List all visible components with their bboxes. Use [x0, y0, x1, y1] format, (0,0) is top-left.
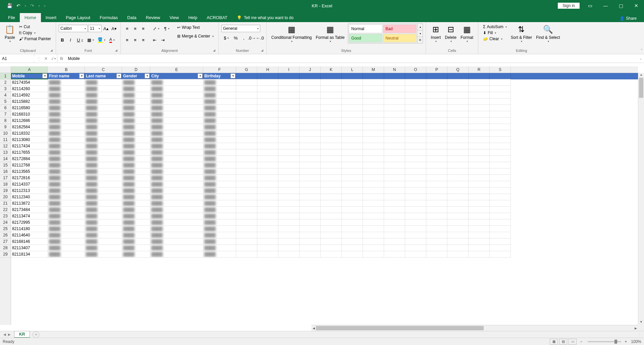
data-cell[interactable]	[300, 98, 321, 105]
data-cell[interactable]	[469, 175, 490, 181]
maximize-icon[interactable]: ▢	[613, 0, 629, 11]
data-cell[interactable]	[469, 130, 490, 137]
font-name-select[interactable]: Calibri▾	[59, 25, 88, 32]
data-cell[interactable]	[236, 124, 257, 130]
data-cell[interactable]: 82115882	[11, 98, 48, 105]
align-right-icon[interactable]: ≡	[140, 36, 147, 44]
data-cell[interactable]	[426, 118, 447, 124]
col-header-F[interactable]: F	[203, 66, 236, 73]
data-cell[interactable]	[342, 105, 363, 111]
row-header-13[interactable]: 13	[0, 149, 11, 156]
format-painter-button[interactable]: 🖌Format Painter	[18, 36, 52, 42]
increase-decimal-icon[interactable]: .0→	[248, 34, 256, 42]
data-cell[interactable]	[447, 213, 469, 219]
data-cell[interactable]	[363, 86, 384, 92]
data-cell[interactable]	[278, 194, 300, 200]
header-cell[interactable]	[490, 73, 511, 79]
data-cell[interactable]	[426, 162, 447, 168]
data-cell[interactable]: ████	[48, 175, 85, 181]
data-cell[interactable]	[405, 226, 426, 232]
data-cell[interactable]: ████	[150, 181, 203, 188]
data-cell[interactable]	[342, 200, 363, 207]
data-cell[interactable]: ████	[122, 105, 150, 111]
data-cell[interactable]: ████	[48, 86, 85, 92]
data-cell[interactable]	[321, 111, 342, 118]
data-cell[interactable]	[490, 156, 511, 162]
data-cell[interactable]	[490, 92, 511, 98]
data-cell[interactable]	[490, 105, 511, 111]
data-cell[interactable]: ████	[122, 219, 150, 226]
data-cell[interactable]	[342, 188, 363, 194]
data-cell[interactable]: ████	[48, 251, 85, 258]
row-header-18[interactable]: 18	[0, 181, 11, 188]
data-cell[interactable]	[469, 137, 490, 143]
data-cell[interactable]	[426, 156, 447, 162]
data-cell[interactable]	[363, 162, 384, 168]
col-header-N[interactable]: N	[384, 66, 405, 73]
header-cell[interactable]	[278, 73, 300, 79]
data-cell[interactable]: ████	[203, 105, 236, 111]
data-cell[interactable]	[363, 124, 384, 130]
data-cell[interactable]	[342, 79, 363, 86]
filter-dropdown-icon[interactable]: ▾	[198, 73, 203, 78]
data-cell[interactable]	[384, 86, 405, 92]
data-cell[interactable]: ████	[203, 219, 236, 226]
data-cell[interactable]	[300, 175, 321, 181]
scroll-right-icon[interactable]: ▶	[633, 325, 638, 331]
data-cell[interactable]	[490, 149, 511, 156]
data-cell[interactable]	[384, 149, 405, 156]
data-cell[interactable]	[490, 188, 511, 194]
zoom-out-icon[interactable]: −	[580, 339, 582, 344]
row-header-25[interactable]: 25	[0, 226, 11, 232]
data-cell[interactable]	[426, 143, 447, 149]
data-cell[interactable]	[490, 124, 511, 130]
data-cell[interactable]	[300, 156, 321, 162]
data-cell[interactable]	[342, 232, 363, 238]
data-cell[interactable]	[300, 137, 321, 143]
data-cell[interactable]	[426, 238, 447, 245]
header-cell[interactable]: Gender▾	[122, 73, 150, 79]
data-cell[interactable]: 82112313	[11, 188, 48, 194]
data-cell[interactable]	[426, 200, 447, 207]
data-cell[interactable]: ████	[150, 219, 203, 226]
data-cell[interactable]	[300, 149, 321, 156]
data-cell[interactable]	[469, 238, 490, 245]
data-cell[interactable]	[278, 143, 300, 149]
data-cell[interactable]: ████	[203, 86, 236, 92]
data-cell[interactable]: ████	[203, 79, 236, 86]
header-cell[interactable]	[447, 73, 469, 79]
select-all-corner[interactable]	[0, 66, 11, 73]
data-cell[interactable]	[342, 137, 363, 143]
data-cell[interactable]	[426, 105, 447, 111]
view-normal-icon[interactable]: ▦	[550, 339, 558, 345]
col-header-Q[interactable]: Q	[447, 66, 469, 73]
data-cell[interactable]	[321, 86, 342, 92]
style-neutral[interactable]: Neutral	[383, 34, 417, 43]
data-cell[interactable]	[257, 124, 278, 130]
data-cell[interactable]: 82118134	[11, 251, 48, 258]
decrease-decimal-icon[interactable]: ←.0	[256, 34, 264, 42]
data-cell[interactable]	[321, 207, 342, 213]
delete-cells-button[interactable]: ⊟Delete▾	[443, 23, 459, 45]
data-cell[interactable]	[447, 98, 469, 105]
header-cell[interactable]	[321, 73, 342, 79]
data-cell[interactable]	[447, 251, 469, 258]
data-cell[interactable]: ████	[150, 124, 203, 130]
data-cell[interactable]	[300, 226, 321, 232]
data-cell[interactable]	[278, 213, 300, 219]
data-cell[interactable]: ████	[150, 156, 203, 162]
data-cell[interactable]: ████	[85, 79, 122, 86]
data-cell[interactable]	[384, 245, 405, 251]
data-cell[interactable]: ████	[85, 149, 122, 156]
data-cell[interactable]: ████	[85, 143, 122, 149]
data-cell[interactable]	[278, 79, 300, 86]
data-cell[interactable]	[342, 207, 363, 213]
data-cell[interactable]	[490, 181, 511, 188]
filter-dropdown-icon[interactable]: ▾	[230, 73, 235, 78]
dialog-launcher-icon[interactable]: ◢	[50, 49, 55, 53]
data-cell[interactable]	[236, 213, 257, 219]
data-cell[interactable]	[257, 226, 278, 232]
data-cell[interactable]: 82113474	[11, 213, 48, 219]
data-cell[interactable]	[384, 98, 405, 105]
align-left-icon[interactable]: ≡	[123, 36, 131, 44]
